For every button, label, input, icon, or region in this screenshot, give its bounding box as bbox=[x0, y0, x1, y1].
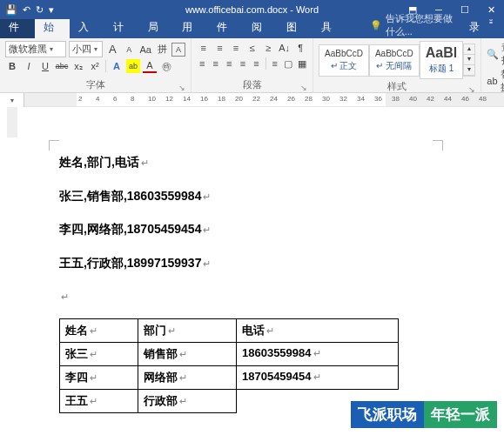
font-group: 微软雅黑▾ 小四▾ A A Aa 拼 A B I U abc x₂ x² A a… bbox=[0, 38, 192, 92]
char-border-button[interactable]: A bbox=[171, 43, 185, 57]
replace-button[interactable]: ab替换 bbox=[487, 68, 504, 94]
editing-group: 🔍查找 ab替换 ▭选择 编辑 bbox=[481, 38, 504, 92]
borders-button[interactable]: ▦ bbox=[297, 57, 308, 70]
table-row: 王五↵ 行政部↵ bbox=[60, 389, 399, 412]
strike-button[interactable]: abc bbox=[55, 59, 69, 73]
sort-button[interactable]: A↓ bbox=[278, 41, 292, 55]
ribbon-tabs: 文件 开始 插入 设计 布局 引用 邮件 审阅 视图 开发工具 💡 告诉我您想要… bbox=[0, 19, 504, 38]
style-no-spacing[interactable]: AaBbCcD↵ 无间隔 bbox=[369, 44, 420, 77]
shading-button[interactable]: ▢ bbox=[283, 57, 294, 70]
align-right-button[interactable]: ≡ bbox=[224, 57, 235, 70]
align-center-button[interactable]: ≡ bbox=[211, 57, 222, 70]
italic-button[interactable]: I bbox=[22, 59, 36, 73]
para-launcher-icon[interactable]: ↘ bbox=[300, 84, 307, 92]
font-color-button[interactable]: A bbox=[143, 59, 157, 73]
indent-button[interactable]: ≥ bbox=[261, 41, 275, 55]
paragraph-group-label: 段落↘ bbox=[197, 77, 307, 92]
close-icon[interactable]: ✕ bbox=[478, 4, 504, 16]
text-effects-button[interactable]: A bbox=[110, 59, 124, 73]
bold-button[interactable]: B bbox=[5, 59, 19, 73]
save-icon[interactable]: 💾 bbox=[5, 4, 17, 16]
ribbon: 微软雅黑▾ 小四▾ A A Aa 拼 A B I U abc x₂ x² A a… bbox=[0, 38, 504, 93]
grow-font-button[interactable]: A bbox=[105, 43, 119, 57]
font-group-label: 字体↘ bbox=[5, 77, 185, 92]
highlight-button[interactable]: ab bbox=[126, 59, 140, 73]
style-normal[interactable]: AaBbCcD↵ 正文 bbox=[319, 44, 369, 77]
shrink-font-button[interactable]: A bbox=[122, 43, 136, 57]
vertical-ruler[interactable] bbox=[0, 107, 24, 435]
superscript-button[interactable]: x² bbox=[88, 59, 102, 73]
document-text[interactable]: 姓名,部门,电话↵ 张三,销售部,18603559984↵ 李四,网络部,187… bbox=[59, 151, 504, 308]
find-button[interactable]: 🔍查找 bbox=[487, 41, 504, 67]
table-row: 李四↵ 网络部↵ 18705459454↵ bbox=[60, 365, 399, 389]
font-launcher-icon[interactable]: ↘ bbox=[178, 84, 185, 92]
bullets-button[interactable]: ≡ bbox=[197, 41, 211, 55]
quick-access-toolbar: 💾 ↶ ↻ ▾ bbox=[0, 4, 54, 16]
phonetic-button[interactable]: 拼 bbox=[155, 43, 169, 57]
ruler-corner: ▾ bbox=[0, 93, 24, 107]
styles-more-icon[interactable]: ▾ bbox=[464, 65, 474, 76]
text-line[interactable]: 王五,行政部,18997159937 bbox=[59, 256, 201, 270]
circled-char-button[interactable]: ㊕ bbox=[159, 59, 173, 73]
qat-more-icon[interactable]: ▾ bbox=[49, 4, 54, 16]
paragraph-group: ≡ ≡ ≡ ≤ ≥ A↓ ¶ ≡ ≡ ≡ ≡ ≡ ≡ ▢ ▦ 段落↘ bbox=[192, 38, 313, 92]
styles-group-label: 样式↘ bbox=[319, 79, 475, 94]
watermark-right: 年轻一派 bbox=[424, 401, 497, 428]
styles-group: AaBbCcD↵ 正文 AaBbCcD↵ 无间隔 AaBl标题 1 ▴ ▾ ▾ … bbox=[313, 38, 481, 92]
subscript-button[interactable]: x₂ bbox=[71, 59, 85, 73]
show-marks-button[interactable]: ¶ bbox=[293, 41, 307, 55]
change-case-button[interactable]: Aa bbox=[138, 43, 152, 57]
text-line[interactable]: 李四,网络部,18705459454 bbox=[59, 222, 201, 236]
style-heading1[interactable]: AaBl标题 1 bbox=[420, 41, 463, 79]
watermark: 飞派职场 年轻一派 bbox=[351, 401, 497, 428]
workspace: 姓名,部门,电话↵ 张三,销售部,18603559984↵ 李四,网络部,187… bbox=[0, 107, 504, 435]
document-page[interactable]: 姓名,部门,电话↵ 张三,销售部,18603559984↵ 李四,网络部,187… bbox=[24, 107, 504, 435]
multilevel-button[interactable]: ≡ bbox=[229, 41, 243, 55]
document-title: www.officebai.com.docx - Word bbox=[185, 4, 319, 15]
numbering-button[interactable]: ≡ bbox=[213, 41, 227, 55]
text-line[interactable]: 张三,销售部,18603559984 bbox=[59, 189, 201, 203]
horizontal-ruler[interactable]: 2468101214161820222426283032343638404244… bbox=[24, 93, 504, 107]
align-left-button[interactable]: ≡ bbox=[197, 57, 208, 70]
underline-button[interactable]: U bbox=[38, 59, 52, 73]
styles-scroll[interactable]: ▴ ▾ ▾ bbox=[463, 44, 475, 77]
undo-icon[interactable]: ↶ bbox=[23, 4, 30, 16]
tell-me[interactable]: 💡 告诉我您想要做什么... bbox=[370, 12, 461, 38]
align-dist-button[interactable]: ≡ bbox=[251, 57, 262, 70]
table-row: 张三↵ 销售部↵ 18603559984↵ bbox=[60, 342, 399, 365]
font-name-combo[interactable]: 微软雅黑▾ bbox=[5, 41, 66, 57]
dedent-button[interactable]: ≤ bbox=[245, 41, 259, 55]
text-line[interactable]: 姓名,部门,电话 bbox=[59, 155, 139, 169]
ruler-bar: ▾ 24681012141618202224262830323436384042… bbox=[0, 93, 504, 107]
redo-icon[interactable]: ↻ bbox=[36, 4, 44, 16]
align-justify-button[interactable]: ≡ bbox=[238, 57, 249, 70]
font-size-combo[interactable]: 小四▾ bbox=[69, 41, 104, 57]
tell-me-text: 告诉我您想要做什么... bbox=[386, 12, 461, 38]
chevron-down-icon[interactable]: ▾ bbox=[464, 55, 474, 65]
line-spacing-button[interactable]: ≡ bbox=[269, 57, 280, 70]
table-row: 姓名↵ 部门↵ 电话↵ bbox=[60, 318, 399, 342]
bulb-icon: 💡 bbox=[370, 20, 382, 31]
watermark-left: 飞派职场 bbox=[351, 401, 424, 428]
document-table[interactable]: 姓名↵ 部门↵ 电话↵ 张三↵ 销售部↵ 18603559984↵ 李四↵ 网络… bbox=[59, 318, 399, 413]
chevron-up-icon[interactable]: ▴ bbox=[464, 44, 474, 55]
